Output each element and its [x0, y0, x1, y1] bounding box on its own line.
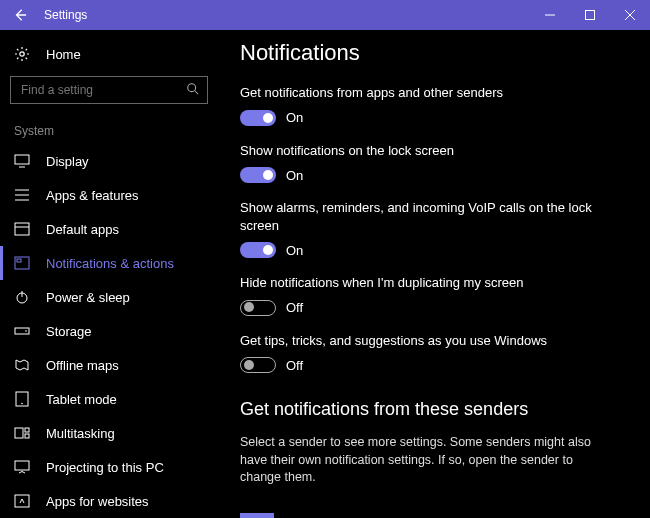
sender-row[interactable]: AutoPlayOn: Banners, SoundsOn	[240, 507, 630, 518]
sidebar-item-label: Default apps	[46, 222, 119, 237]
sidebar-item-apps-features[interactable]: Apps & features	[0, 178, 218, 212]
sidebar-item-notifications[interactable]: Notifications & actions	[0, 246, 218, 280]
home-button[interactable]: Home	[0, 38, 218, 70]
close-button[interactable]	[610, 0, 650, 30]
sidebar-item-display[interactable]: Display	[0, 144, 218, 178]
svg-point-2	[20, 52, 24, 56]
sidebar-item-apps-websites[interactable]: Apps for websites	[0, 484, 218, 518]
notifications-icon	[14, 255, 30, 271]
storage-icon	[14, 323, 30, 339]
titlebar: Settings	[0, 0, 650, 30]
maximize-icon	[585, 10, 595, 20]
gear-icon	[14, 46, 30, 62]
svg-rect-1	[586, 11, 595, 20]
setting-row: Hide notifications when I'm duplicating …	[240, 274, 630, 316]
sidebar-item-label: Storage	[46, 324, 92, 339]
search-box[interactable]	[10, 76, 208, 104]
setting-label: Show alarms, reminders, and incoming VoI…	[240, 199, 600, 234]
page-title: Notifications	[240, 40, 630, 66]
sidebar-item-projecting[interactable]: Projecting to this PC	[0, 450, 218, 484]
sidebar-item-label: Apps for websites	[46, 494, 149, 509]
svg-rect-10	[15, 223, 29, 235]
toggle-state: Off	[286, 300, 303, 315]
sidebar-item-default-apps[interactable]: Default apps	[0, 212, 218, 246]
section-label: System	[0, 114, 218, 144]
power-icon	[14, 289, 30, 305]
svg-rect-20	[15, 428, 23, 438]
sidebar-item-tablet-mode[interactable]: Tablet mode	[0, 382, 218, 416]
sidebar-item-label: Offline maps	[46, 358, 119, 373]
toggle-state: On	[286, 110, 303, 125]
toggle-state: Off	[286, 358, 303, 373]
projecting-icon	[14, 459, 30, 475]
svg-point-17	[25, 330, 27, 332]
sidebar-item-label: Projecting to this PC	[46, 460, 164, 475]
setting-label: Get tips, tricks, and suggestions as you…	[240, 332, 600, 350]
setting-row: Get notifications from apps and other se…	[240, 84, 630, 126]
back-button[interactable]	[0, 0, 40, 30]
sidebar-item-label: Apps & features	[46, 188, 139, 203]
setting-label: Hide notifications when I'm duplicating …	[240, 274, 600, 292]
sidebar-item-label: Multitasking	[46, 426, 115, 441]
svg-point-19	[21, 403, 23, 405]
toggle-state: On	[286, 243, 303, 258]
toggle-switch[interactable]	[240, 357, 276, 373]
svg-rect-21	[25, 428, 29, 432]
setting-row: Get tips, tricks, and suggestions as you…	[240, 332, 630, 374]
maps-icon	[14, 357, 30, 373]
window-title: Settings	[44, 8, 87, 22]
main-panel: Notifications Get notifications from app…	[218, 30, 650, 518]
svg-rect-5	[15, 155, 29, 164]
default-apps-icon	[14, 221, 30, 237]
home-label: Home	[46, 47, 81, 62]
toggle-state: On	[286, 168, 303, 183]
sidebar-item-label: Power & sleep	[46, 290, 130, 305]
senders-hint: Select a sender to see more settings. So…	[240, 434, 610, 487]
search-input[interactable]	[10, 76, 208, 104]
svg-rect-16	[15, 328, 29, 334]
svg-line-4	[195, 91, 199, 95]
sidebar-item-label: Tablet mode	[46, 392, 117, 407]
toggle-switch[interactable]	[240, 167, 276, 183]
toggle-switch[interactable]	[240, 110, 276, 126]
apps-icon	[14, 187, 30, 203]
multitasking-icon	[14, 425, 30, 441]
display-icon	[14, 153, 30, 169]
toggle-switch[interactable]	[240, 242, 276, 258]
close-icon	[625, 10, 635, 20]
setting-row: Show alarms, reminders, and incoming VoI…	[240, 199, 630, 258]
sidebar-item-multitasking[interactable]: Multitasking	[0, 416, 218, 450]
sidebar-item-label: Display	[46, 154, 89, 169]
senders-heading: Get notifications from these senders	[240, 399, 630, 420]
sidebar-item-power[interactable]: Power & sleep	[0, 280, 218, 314]
arrow-left-icon	[13, 8, 27, 22]
svg-rect-13	[17, 259, 21, 262]
sidebar: Home System Display Apps & features Defa…	[0, 30, 218, 518]
websites-icon	[14, 493, 30, 509]
minimize-button[interactable]	[530, 0, 570, 30]
sidebar-item-offline-maps[interactable]: Offline maps	[0, 348, 218, 382]
maximize-button[interactable]	[570, 0, 610, 30]
tablet-icon	[14, 391, 30, 407]
minimize-icon	[545, 10, 555, 20]
search-icon	[186, 82, 200, 96]
svg-rect-23	[15, 461, 29, 470]
svg-rect-24	[15, 495, 29, 507]
setting-row: Show notifications on the lock screenOn	[240, 142, 630, 184]
sidebar-item-storage[interactable]: Storage	[0, 314, 218, 348]
svg-point-3	[188, 84, 196, 92]
autoplay-icon	[240, 513, 274, 518]
setting-label: Show notifications on the lock screen	[240, 142, 600, 160]
setting-label: Get notifications from apps and other se…	[240, 84, 600, 102]
sidebar-item-label: Notifications & actions	[46, 256, 174, 271]
svg-rect-22	[25, 434, 29, 438]
toggle-switch[interactable]	[240, 300, 276, 316]
